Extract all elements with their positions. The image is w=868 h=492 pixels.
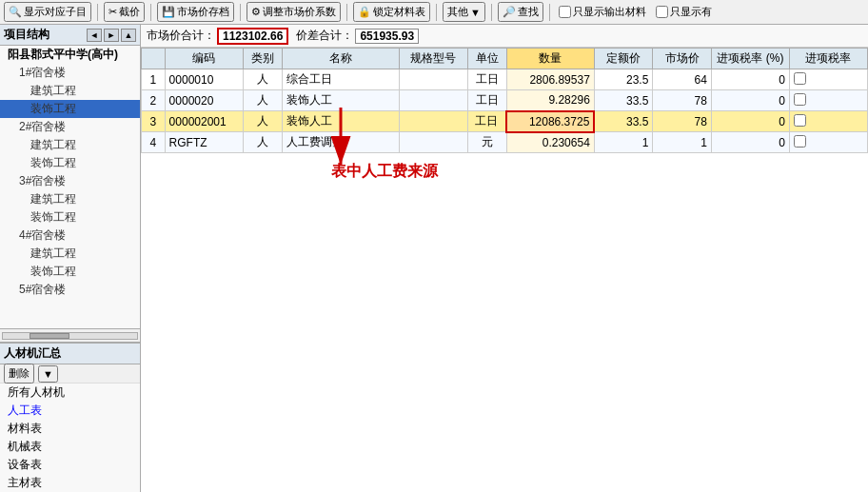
delete-btn[interactable]: 删除 [4, 364, 34, 384]
archive-icon: 💾 [162, 6, 175, 18]
bottom-item-all[interactable]: 所有人材机 [0, 384, 140, 402]
cut-price-label: 截价 [119, 5, 140, 19]
sidebar-item-dorm5[interactable]: 5#宿舍楼 [0, 281, 140, 299]
separator2 [150, 4, 151, 21]
cell-type-2: 人 [243, 90, 282, 111]
adjust-market-coeff-btn[interactable]: ⚙ 调整市场价系数 [247, 2, 341, 22]
show-has-label[interactable]: 只显示有 [653, 4, 715, 20]
cell-fixed-2: 33.5 [594, 90, 653, 111]
archive-market-price-btn[interactable]: 💾 市场价存档 [157, 2, 234, 22]
separator6 [491, 4, 492, 21]
table-row[interactable]: 3 000002001 人 装饰人工 工日 12086.3725 33.5 78… [142, 111, 868, 132]
price-diff-summary: 价差合计： 651935.93 [296, 28, 419, 44]
th-tax-market: 进项税率 [789, 49, 867, 69]
sidebar-title: 项目结构 [4, 27, 49, 43]
show-output-material-checkbox[interactable] [559, 6, 571, 18]
find-btn[interactable]: 🔎 查找 [498, 2, 543, 22]
bottom-item-main-material[interactable]: 主材表 [0, 474, 140, 492]
annotation-text: 表中人工费来源 [331, 162, 438, 182]
sidebar-nav-buttons: ◄ ► ▲ [87, 29, 136, 42]
scroll-thumb[interactable] [30, 333, 69, 339]
cell-type-3: 人 [243, 111, 282, 132]
sidebar-bottom: 人材机汇总 删除 ▼ 所有人材机 人工表 材料表 机械表 设备表 主材表 [0, 342, 140, 492]
delete-label: 删除 [9, 366, 30, 381]
cell-tax-2: 0 [711, 90, 789, 111]
sidebar-item-dorm3[interactable]: 3#宿舍楼 [0, 172, 140, 190]
tax-checkbox-2[interactable] [794, 93, 806, 106]
lock-materials-btn[interactable]: 🔒 锁定材料表 [353, 2, 430, 22]
sidebar-prev-btn[interactable]: ◄ [87, 29, 102, 42]
cell-type-1: 人 [243, 69, 282, 90]
sidebar-item-dorm2[interactable]: 2#宿舍楼 [0, 118, 140, 136]
show-output-material-label[interactable]: 只显示输出材料 [556, 4, 649, 20]
show-children-btn[interactable]: 🔍 显示对应子目 [4, 2, 91, 22]
sidebar-item-construction1[interactable]: 建筑工程 [0, 82, 140, 100]
adjust-label: 调整市场价系数 [263, 5, 336, 19]
more-btn[interactable]: ▼ [38, 365, 58, 383]
table-row[interactable]: 4 RGFTZ 人 人工费调整 元 0.230654 1 1 0 [142, 132, 868, 153]
sidebar-item-decoration2[interactable]: 装饰工程 [0, 154, 140, 172]
sidebar-item-decoration1[interactable]: 装饰工程 [0, 100, 140, 118]
cell-spec-1 [399, 69, 467, 90]
cell-seq-4: 4 [142, 132, 166, 153]
th-spec: 规格型号 [399, 49, 467, 69]
tax-checkbox-1[interactable] [794, 72, 806, 85]
sidebar-item-construction2[interactable]: 建筑工程 [0, 136, 140, 154]
cell-tax-market-1 [789, 69, 867, 90]
cell-name-1: 综合工日 [282, 69, 399, 90]
sidebar-item-dorm4[interactable]: 4#宿舍楼 [0, 226, 140, 245]
table-header-row: 编码 类别 名称 规格型号 单位 数量 定额价 市场价 进项税率 (%) 进项税… [142, 49, 868, 69]
table-container: 编码 类别 名称 规格型号 单位 数量 定额价 市场价 进项税率 (%) 进项税… [141, 48, 868, 492]
cell-market-1: 64 [653, 69, 712, 90]
sidebar-item-construction4[interactable]: 建筑工程 [0, 245, 140, 263]
cut-price-btn[interactable]: ✂ 截价 [104, 2, 145, 22]
data-table: 编码 类别 名称 规格型号 单位 数量 定额价 市场价 进项税率 (%) 进项税… [141, 48, 868, 153]
sidebar-item-construction3[interactable]: 建筑工程 [0, 190, 140, 208]
separator7 [549, 4, 550, 21]
bottom-item-labor[interactable]: 人工表 [0, 402, 140, 420]
cell-qty-1: 2806.89537 [506, 69, 594, 90]
sidebar-item-project[interactable]: 阳县郡式平中学(高中) [0, 46, 140, 64]
table-row[interactable]: 1 0000010 人 综合工日 工日 2806.89537 23.5 64 0 [142, 69, 868, 90]
scroll-track[interactable] [2, 332, 138, 340]
other-label: 其他 [447, 5, 468, 19]
sidebar-horizontal-scrollbar[interactable] [0, 328, 140, 342]
sidebar-bottom-toolbar: 删除 ▼ [0, 364, 140, 384]
bottom-item-equipment[interactable]: 设备表 [0, 456, 140, 474]
tax-checkbox-4[interactable] [794, 135, 806, 148]
more-icon: ▼ [43, 368, 53, 380]
cell-fixed-4: 1 [594, 132, 653, 153]
cell-seq-1: 1 [142, 69, 166, 90]
cell-seq-3: 3 [142, 111, 166, 132]
bottom-item-machinery[interactable]: 机械表 [0, 438, 140, 456]
sidebar-item-decoration4[interactable]: 装饰工程 [0, 263, 140, 281]
cell-unit-2: 工日 [467, 90, 506, 111]
bottom-item-material[interactable]: 材料表 [0, 420, 140, 438]
th-unit: 单位 [467, 49, 506, 69]
cell-qty-3: 12086.3725 [506, 111, 594, 132]
th-tax-rate: 进项税率 (%) [711, 49, 789, 69]
cell-tax-market-3 [789, 111, 867, 132]
show-has-checkbox[interactable] [656, 6, 668, 18]
cell-unit-3: 工日 [467, 111, 506, 132]
cell-tax-market-4 [789, 132, 867, 153]
other-btn[interactable]: 其他 ▼ [443, 2, 485, 22]
content-area: 市场价合计： 1123102.66 价差合计： 651935.93 编码 类别 … [141, 25, 868, 492]
sidebar-up-btn[interactable]: ▲ [121, 29, 136, 42]
cell-tax-1: 0 [711, 69, 789, 90]
price-diff-label: 价差合计： [296, 28, 353, 44]
separator5 [436, 4, 437, 21]
cell-unit-1: 工日 [467, 69, 506, 90]
cell-code-4: RGFTZ [165, 132, 243, 153]
sidebar-item-decoration3[interactable]: 装饰工程 [0, 208, 140, 226]
cell-fixed-3: 33.5 [594, 111, 653, 132]
table-row[interactable]: 2 0000020 人 装饰人工 工日 9.28296 33.5 78 0 [142, 90, 868, 111]
tax-checkbox-3[interactable] [794, 114, 806, 127]
th-fixed-price: 定额价 [594, 49, 653, 69]
sidebar-next-btn[interactable]: ► [104, 29, 119, 42]
separator3 [240, 4, 241, 21]
separator1 [97, 4, 98, 21]
market-total-label: 市场价合计： [147, 28, 215, 44]
cut-price-icon: ✂ [108, 6, 117, 18]
sidebar-item-dorm1[interactable]: 1#宿舍楼 [0, 64, 140, 82]
